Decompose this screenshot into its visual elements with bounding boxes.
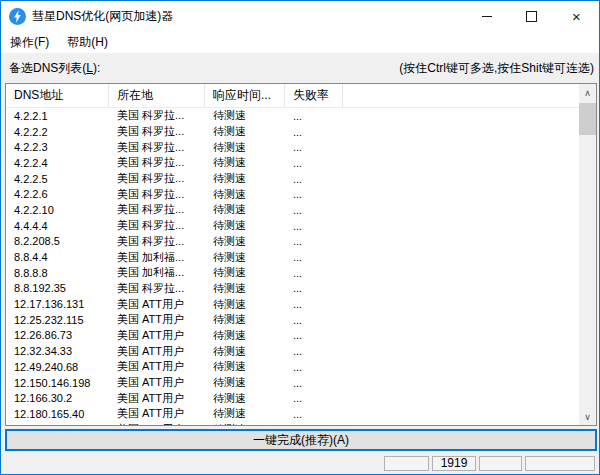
dns-row[interactable]: 8.8.192.35美国 科罗拉...待测速... — [6, 281, 579, 297]
cell-failure-rate: ... — [285, 377, 343, 389]
selection-hint: (按住Ctrl键可多选,按住Shit键可连选) — [399, 60, 594, 77]
cell-location: 美国 科罗拉... — [109, 171, 205, 186]
scroll-down-icon[interactable]: ∨ — [579, 408, 596, 425]
dns-row[interactable]: 12.181.181.99美国 ATT用户待测速... — [6, 422, 579, 425]
cell-failure-rate: ... — [285, 361, 343, 373]
window-title: 彗星DNS优化(网页加速)器 — [32, 8, 173, 25]
cell-failure-rate: ... — [285, 408, 343, 420]
cell-failure-rate: ... — [285, 424, 343, 425]
dns-row[interactable]: 8.8.8.8美国 加利福...待测速... — [6, 265, 579, 281]
cell-response-time: 待测速 — [205, 359, 285, 374]
menu-item-operation[interactable]: 操作(F) — [1, 31, 58, 53]
cell-dns-address: 12.180.165.40 — [6, 408, 109, 420]
dns-row[interactable]: 8.2.208.5美国 科罗拉...待测速... — [6, 234, 579, 250]
cell-failure-rate: ... — [285, 329, 343, 341]
cell-response-time: 待测速 — [205, 218, 285, 233]
dns-row[interactable]: 12.32.34.33美国 ATT用户待测速... — [6, 343, 579, 359]
status-panel: 1919 — [432, 456, 476, 471]
dns-row[interactable]: 4.2.2.4美国 科罗拉...待测速... — [6, 155, 579, 171]
cell-response-time: 待测速 — [205, 391, 285, 406]
dns-row[interactable]: 8.8.4.4美国 加利福...待测速... — [6, 249, 579, 265]
cell-failure-rate: ... — [285, 188, 343, 200]
list-label-suffix: ): — [93, 61, 100, 75]
maximize-button[interactable] — [509, 1, 554, 31]
dns-row[interactable]: 4.2.2.1美国 科罗拉...待测速... — [6, 108, 579, 124]
cell-location: 美国 科罗拉... — [109, 234, 205, 249]
one-click-finish-button[interactable]: 一键完成(推荐)(A) — [5, 429, 597, 451]
cell-failure-rate: ... — [285, 157, 343, 169]
cell-dns-address: 4.2.2.10 — [6, 204, 109, 216]
scroll-up-icon[interactable]: ∧ — [579, 84, 596, 101]
cell-response-time: 待测速 — [205, 375, 285, 390]
list-rows: 4.2.2.1美国 科罗拉...待测速...4.2.2.2美国 科罗拉...待测… — [6, 108, 579, 425]
cell-response-time: 待测速 — [205, 265, 285, 280]
cell-location: 美国 ATT用户 — [109, 359, 205, 374]
cell-dns-address: 4.2.2.3 — [6, 141, 109, 153]
cell-failure-rate: ... — [285, 251, 343, 263]
dns-row[interactable]: 12.26.86.73美国 ATT用户待测速... — [6, 328, 579, 344]
cell-response-time: 待测速 — [205, 312, 285, 327]
cell-location: 美国 科罗拉... — [109, 218, 205, 233]
cell-response-time: 待测速 — [205, 124, 285, 139]
cell-location: 美国 科罗拉... — [109, 124, 205, 139]
cell-location: 美国 加利福... — [109, 250, 205, 265]
cell-response-time: 待测速 — [205, 202, 285, 217]
cell-dns-address: 12.17.136.131 — [6, 298, 109, 310]
cell-location: 美国 加利福... — [109, 265, 205, 280]
cell-dns-address: 4.2.2.4 — [6, 157, 109, 169]
cell-response-time: 待测速 — [205, 281, 285, 296]
dns-row[interactable]: 12.25.232.115美国 ATT用户待测速... — [6, 312, 579, 328]
cell-location: 美国 ATT用户 — [109, 328, 205, 343]
cell-response-time: 待测速 — [205, 250, 285, 265]
cell-dns-address: 12.181.181.99 — [6, 424, 109, 425]
cell-dns-address: 12.26.86.73 — [6, 329, 109, 341]
cell-dns-address: 12.32.34.33 — [6, 345, 109, 357]
column-header[interactable]: 响应时间... — [205, 84, 285, 107]
cell-response-time: 待测速 — [205, 140, 285, 155]
dns-row[interactable]: 4.2.2.10美国 科罗拉...待测速... — [6, 202, 579, 218]
cell-dns-address: 4.4.4.4 — [6, 220, 109, 232]
dns-row[interactable]: 4.2.2.6美国 科罗拉...待测速... — [6, 186, 579, 202]
cell-dns-address: 12.49.240.68 — [6, 361, 109, 373]
dns-row[interactable]: 4.2.2.2美国 科罗拉...待测速... — [6, 124, 579, 140]
cell-failure-rate: ... — [285, 126, 343, 138]
close-button[interactable]: × — [554, 1, 599, 31]
list-header: DNS地址所在地响应时间...失败率 — [6, 84, 579, 108]
app-window: 彗星DNS优化(网页加速)器 × 操作(F)帮助(H) 备选DNS列表(L): … — [0, 0, 600, 475]
cell-failure-rate: ... — [285, 204, 343, 216]
cell-location: 美国 科罗拉... — [109, 202, 205, 217]
cell-response-time: 待测速 — [205, 328, 285, 343]
dns-row[interactable]: 12.17.136.131美国 ATT用户待测速... — [6, 296, 579, 312]
cell-failure-rate: ... — [285, 282, 343, 294]
dns-row[interactable]: 4.4.4.4美国 科罗拉...待测速... — [6, 218, 579, 234]
scrollbar-thumb[interactable] — [579, 103, 596, 135]
status-bar: 1919 — [1, 453, 599, 473]
dns-row[interactable]: 4.2.2.5美国 科罗拉...待测速... — [6, 171, 579, 187]
cell-response-time: 待测速 — [205, 108, 285, 123]
minimize-button[interactable] — [464, 1, 509, 31]
dns-row[interactable]: 12.150.146.198美国 ATT用户待测速... — [6, 375, 579, 391]
cell-response-time: 待测速 — [205, 406, 285, 421]
app-icon — [9, 8, 26, 25]
cell-response-time: 待测速 — [205, 187, 285, 202]
dns-list[interactable]: DNS地址所在地响应时间...失败率 4.2.2.1美国 科罗拉...待测速..… — [5, 83, 597, 426]
cell-location: 美国 ATT用户 — [109, 391, 205, 406]
column-header[interactable]: 失败率 — [285, 84, 343, 107]
cell-response-time: 待测速 — [205, 171, 285, 186]
cell-dns-address: 4.2.2.1 — [6, 110, 109, 122]
dns-row[interactable]: 12.166.30.2美国 ATT用户待测速... — [6, 390, 579, 406]
column-header[interactable]: DNS地址 — [6, 84, 109, 107]
window-controls: × — [464, 1, 599, 31]
dns-row[interactable]: 4.2.2.3美国 科罗拉...待测速... — [6, 139, 579, 155]
maximize-icon — [526, 11, 537, 22]
cell-failure-rate: ... — [285, 345, 343, 357]
vertical-scrollbar[interactable]: ∧ ∨ — [579, 84, 596, 425]
cell-location: 美国 ATT用户 — [109, 406, 205, 421]
title-bar: 彗星DNS优化(网页加速)器 × — [1, 1, 599, 31]
menu-item-help[interactable]: 帮助(H) — [58, 31, 117, 53]
dns-row[interactable]: 12.180.165.40美国 ATT用户待测速... — [6, 406, 579, 422]
column-header[interactable]: 所在地 — [109, 84, 205, 107]
menu-bar: 操作(F)帮助(H) — [1, 31, 599, 53]
cell-location: 美国 ATT用户 — [109, 312, 205, 327]
dns-row[interactable]: 12.49.240.68美国 ATT用户待测速... — [6, 359, 579, 375]
